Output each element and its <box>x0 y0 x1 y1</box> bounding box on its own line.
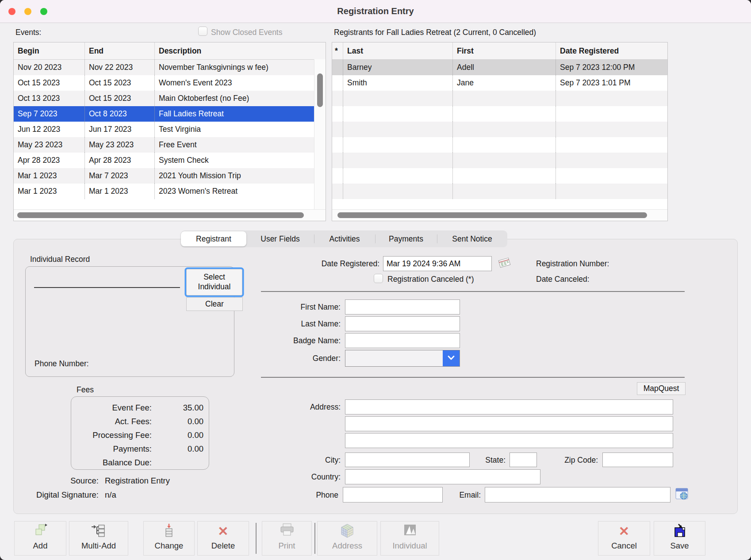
city-label: City: <box>252 456 341 465</box>
event-row[interactable]: Oct 13 2023 Oct 15 2023 Main Oktoberfest… <box>14 91 314 106</box>
events-col-description[interactable]: Description <box>154 42 326 59</box>
registrants-horizontal-scrollbar[interactable] <box>332 209 667 221</box>
clear-button[interactable]: Clear <box>186 297 243 311</box>
add-button[interactable]: Add <box>14 521 66 556</box>
last-name-input[interactable] <box>345 316 460 331</box>
registrant-empty-row[interactable] <box>332 106 667 122</box>
event-end: Apr 28 2023 <box>84 153 154 168</box>
country-input[interactable] <box>345 469 540 484</box>
address-line3-input[interactable] <box>345 433 673 448</box>
address-button[interactable]: Address <box>317 521 377 556</box>
registrant-empty-row[interactable] <box>332 168 667 184</box>
close-button[interactable] <box>8 8 15 15</box>
registrant-date: Sep 7 2023 12:00 PM <box>556 60 667 75</box>
events-col-end[interactable]: End <box>84 42 154 59</box>
registration-number-label: Registration Number: <box>536 259 609 268</box>
event-row[interactable]: Mar 1 2023 Mar 7 2023 2021 Youth Mission… <box>14 168 314 184</box>
registration-canceled-checkbox[interactable] <box>374 274 383 283</box>
change-button[interactable]: Change <box>143 521 195 556</box>
registrant-empty-row[interactable] <box>332 184 667 199</box>
fee-value <box>152 456 209 469</box>
form-separator <box>261 377 685 378</box>
event-begin: Oct 15 2023 <box>14 75 84 91</box>
title-bar: Registration Entry <box>0 0 751 23</box>
address-line1-input[interactable] <box>345 399 673 414</box>
mapquest-button[interactable]: MapQuest <box>637 382 686 395</box>
event-description: System Check <box>154 153 314 168</box>
zip-code-input[interactable] <box>602 453 673 467</box>
calendar-icon[interactable] <box>497 257 511 271</box>
toolbar-button-label: Delete <box>211 541 235 550</box>
event-row[interactable]: Mar 1 2023 Mar 1 2023 2023 Women's Retre… <box>14 184 314 199</box>
select-individual-button[interactable]: Select Individual <box>186 269 242 295</box>
event-row[interactable]: May 23 2023 May 23 2023 Free Event <box>14 137 314 153</box>
registrant-empty-row[interactable] <box>332 91 667 106</box>
fee-row: Event Fee: 35.00 <box>71 401 209 414</box>
address-line2-input[interactable] <box>345 416 673 431</box>
toolbar-button-label: Change <box>155 541 184 550</box>
delete-button[interactable]: ✕ Delete <box>197 521 249 556</box>
cancel-button[interactable]: ✕ Cancel <box>598 521 650 556</box>
events-vertical-scroll-thumb[interactable] <box>317 73 323 107</box>
event-description: 2021 Youth Mission Trip <box>154 168 314 184</box>
minimize-button[interactable] <box>24 8 31 15</box>
fee-value: 0.00 <box>152 428 209 442</box>
zoom-button[interactable] <box>40 8 47 15</box>
print-icon <box>262 522 311 541</box>
event-end: Mar 7 2023 <box>84 168 154 184</box>
date-registered-label: Date Registered: <box>270 259 379 268</box>
registration-canceled-label: Registration Canceled (*) <box>387 275 474 284</box>
email-web-icon[interactable] <box>675 487 689 503</box>
registrant-row-selected[interactable]: Barney Adell Sep 7 2023 12:00 PM <box>332 60 667 75</box>
registrants-col-last[interactable]: Last <box>343 42 452 59</box>
tab-registrant[interactable]: Registrant <box>181 231 246 246</box>
city-input[interactable] <box>345 453 470 467</box>
tab-user-fields[interactable]: User Fields <box>246 230 314 247</box>
show-closed-events-checkbox[interactable] <box>198 27 207 36</box>
email-input[interactable] <box>485 487 671 502</box>
multi-add-button[interactable]: Multi-Add <box>69 521 128 556</box>
print-button[interactable]: Print <box>262 521 312 556</box>
event-begin: Jun 12 2023 <box>14 122 84 137</box>
registrant-star <box>332 75 343 91</box>
date-registered-input[interactable] <box>383 256 492 271</box>
event-row[interactable]: Oct 15 2023 Oct 15 2023 Women's Event 20… <box>14 75 314 91</box>
event-description: Test Virginia <box>154 122 314 137</box>
events-horizontal-scroll-thumb[interactable] <box>17 212 304 218</box>
registrants-col-star[interactable]: * <box>332 42 343 59</box>
events-col-begin[interactable]: Begin <box>14 42 84 59</box>
multi-add-icon <box>69 522 128 541</box>
event-row[interactable]: Jun 12 2023 Jun 17 2023 Test Virginia <box>14 122 314 137</box>
save-button[interactable]: Save <box>654 521 705 556</box>
individual-button[interactable]: Individual <box>380 521 439 556</box>
registrant-empty-row[interactable] <box>332 137 667 153</box>
registrants-table: * Last First Date Registered Barney Adel… <box>332 42 668 221</box>
events-horizontal-scrollbar[interactable] <box>14 209 326 221</box>
registrant-empty-row[interactable] <box>332 122 667 137</box>
first-name-input[interactable] <box>345 299 460 315</box>
first-name-label: First Name: <box>252 303 341 312</box>
registrants-col-first[interactable]: First <box>452 42 556 59</box>
event-row-selected[interactable]: Sep 7 2023 Oct 8 2023 Fall Ladies Retrea… <box>14 106 314 122</box>
registrant-empty-row[interactable] <box>332 153 667 168</box>
tab-sent-notice[interactable]: Sent Notice <box>437 230 507 247</box>
registrant-row[interactable]: Smith Jane Sep 7 2023 1:01 PM <box>332 75 667 91</box>
events-vertical-scrollbar[interactable] <box>314 59 326 210</box>
phone-input[interactable] <box>343 487 443 502</box>
badge-name-label: Badge Name: <box>252 336 341 345</box>
tab-activities[interactable]: Activities <box>314 230 375 247</box>
source-value: Registration Entry <box>105 476 170 486</box>
event-row[interactable]: Nov 20 2023 Nov 22 2023 November Tanksgi… <box>14 60 314 75</box>
gender-dropdown-button[interactable] <box>443 350 460 366</box>
fees-box: Event Fee: 35.00 Act. Fees: 0.00 Process… <box>71 396 209 470</box>
tab-payments[interactable]: Payments <box>375 230 437 247</box>
event-begin: Sep 7 2023 <box>14 106 84 122</box>
registrants-col-date[interactable]: Date Registered <box>556 42 667 59</box>
state-input[interactable] <box>510 453 537 467</box>
event-row[interactable]: Apr 28 2023 Apr 28 2023 System Check <box>14 153 314 168</box>
event-begin: Mar 1 2023 <box>14 168 84 184</box>
registrants-horizontal-scroll-thumb[interactable] <box>337 212 647 218</box>
gender-dropdown[interactable] <box>345 350 460 367</box>
badge-name-input[interactable] <box>345 333 460 348</box>
registrant-first: Jane <box>452 75 556 91</box>
